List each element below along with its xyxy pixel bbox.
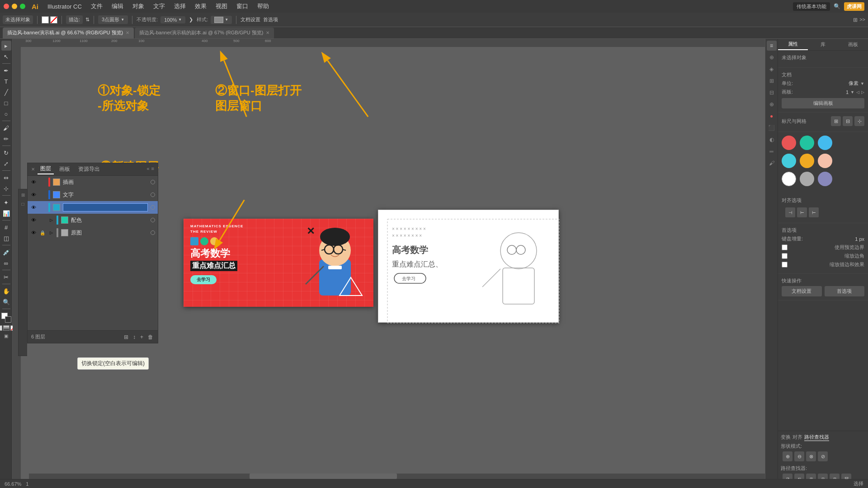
layers-icon-strip[interactable]: ⊞ [767,76,777,86]
pen-tool[interactable]: ✒ [1,66,11,75]
fill-stroke-indicator[interactable] [1,313,11,323]
snap-bounds-checkbox[interactable] [782,244,788,250]
rect-tool[interactable]: □ [1,98,11,108]
tab-0[interactable]: 插边风-banner演示稿.ai @ 66.67% (RGB/GPU 预览) ✕ [3,28,134,38]
minus-front-icon[interactable]: ⊖ [794,451,804,461]
layer-eye-editing[interactable]: 👁 [30,204,37,211]
layer-expand-colors[interactable]: ▷ [48,217,54,223]
symbol-sprayer-tool[interactable]: ✦ [1,197,11,207]
maximize-button[interactable] [20,4,25,9]
menu-type[interactable]: 文字 [150,2,169,10]
artboard-nav-left[interactable]: ◁ [856,90,859,94]
make-sublayer-btn[interactable]: ⊞ [123,333,129,341]
line-tool[interactable]: ╱ [1,87,11,97]
menu-help[interactable]: 帮助 [254,2,273,10]
swatch-orange[interactable] [800,154,814,168]
layer-row-text[interactable]: 👁 文字 [28,188,158,201]
screen-mode[interactable]: ▣ [4,333,8,338]
align-icon-strip[interactable]: ⊟ [767,88,777,98]
search-icon[interactable]: 🔍 [834,3,840,9]
layer-circle-illustration[interactable] [151,180,155,184]
swatch-white[interactable] [782,172,796,186]
menu-view[interactable]: 视图 [212,2,231,10]
stroke-panel-icon[interactable]: ═ [767,146,777,156]
gradient-mode[interactable] [3,325,9,331]
eyedropper-tool[interactable]: 💉 [1,247,11,257]
h-scrollbar-thumb[interactable] [250,474,397,479]
layer-eye-colors[interactable]: 👁 [30,217,37,223]
fill-color-box[interactable] [42,16,49,23]
layer-row-editing[interactable]: 👁 [28,201,158,214]
move-to-layer-btn[interactable]: ↕ [132,333,137,341]
menu-file[interactable]: 文件 [87,2,106,10]
text-tool[interactable]: T [1,76,11,86]
layers-panel-toggle[interactable]: ⊞ [19,191,27,198]
swatch-teal[interactable] [800,136,814,150]
menu-object[interactable]: 对象 [129,2,148,10]
exclude-icon[interactable]: ⊘ [818,451,828,461]
minimize-button[interactable] [12,4,17,9]
panel-toggle-icon[interactable]: >> [859,17,865,23]
layer-row-colors[interactable]: 👁 ▷ 配色 [28,214,158,226]
stroke-arrows[interactable]: ⇅ [85,17,90,23]
swatch-red[interactable] [782,136,796,150]
properties-panel-icon[interactable]: ≡ [767,41,777,51]
grid-icon[interactable]: ⊞ [831,116,841,126]
delete-layer-btn[interactable]: 🗑 [147,333,154,341]
selection-tool[interactable]: ▸ [1,41,11,51]
layer-lock-text[interactable] [39,192,46,198]
pencil-tool[interactable]: ✏ [1,134,11,144]
zoom-level[interactable]: 66.67% [5,481,21,487]
gradient-panel-icon[interactable]: ◐ [767,135,777,145]
edit-artboard-btn[interactable]: 编辑画板 [782,98,864,108]
rp-tab-properties[interactable]: 属性 [778,39,808,50]
tab-0-close[interactable]: ✕ [126,30,129,35]
color-icon[interactable]: ● [767,111,777,121]
swatch-purple-gray[interactable] [818,172,832,186]
h-scrollbar[interactable] [29,474,765,479]
swatches-icon[interactable]: ⬛ [767,123,777,133]
quick-doc-settings-btn[interactable]: 文档设置 [782,286,822,296]
rp-tab-library[interactable]: 库 [808,39,838,50]
stroke-selector[interactable] [42,16,57,23]
column-graph-tool[interactable]: 📊 [1,208,11,218]
artboards-panel-toggle[interactable]: □ [19,200,27,207]
blend-tool[interactable]: ∞ [1,258,11,268]
layers-tab[interactable]: 图层 [38,164,54,174]
round-corners-checkbox[interactable] [782,253,788,259]
arrange-icon[interactable]: ⊞ [853,17,858,23]
panel-collapse-btn[interactable]: « [146,166,149,171]
align-tab[interactable]: 对齐 [793,434,802,441]
layer-lock-editing[interactable] [39,204,46,211]
snap-icon[interactable]: ⊹ [854,116,864,126]
banner-cta-btn[interactable]: 去学习 [190,275,217,284]
layer-eye-text[interactable]: 👁 [30,192,37,198]
shape-dropdown[interactable]: 3点圆形 ▼ [98,15,128,24]
panel-close-btn[interactable]: ✕ [31,167,35,172]
layer-name-input[interactable] [63,203,148,211]
layer-circle-editing[interactable] [151,205,155,210]
stroke-color-box[interactable] [50,16,57,23]
menu-edit[interactable]: 编辑 [108,2,127,10]
unit-selector[interactable]: 像素 ▼ [849,80,864,87]
width-tool[interactable]: ⇔ [1,173,11,183]
artboard-selector[interactable]: 1 ▼ ◁ ▷ [846,89,864,95]
intersect-icon[interactable]: ⊗ [806,451,816,461]
opacity-arrows[interactable]: ❯ [189,17,193,23]
menu-illustrator-cc[interactable]: Illustrator CC [44,3,85,10]
direct-selection-tool[interactable]: ↖ [1,52,11,61]
gradient-tool[interactable]: ◫ [1,233,11,243]
layer-lock-original[interactable]: 🔒 [39,230,46,236]
free-transform-tool[interactable]: ⊹ [1,183,11,193]
swatch-gray[interactable] [800,172,814,186]
layer-lock-illustration[interactable] [39,179,46,185]
swatch-cyan[interactable] [782,154,796,168]
tab-1-close[interactable]: ✕ [266,30,269,35]
layer-row-original[interactable]: 👁 🔒 ▷ 原图 [28,226,158,239]
preferences-button[interactable]: 首选项 [263,16,278,23]
layer-row-illustration[interactable]: 👁 插画 [28,176,158,188]
mesh-tool[interactable]: # [1,222,11,232]
asset-export-tab[interactable]: 资源导出 [75,164,103,174]
pathfinder-tab[interactable]: 路径查找器 [804,434,829,441]
scale-tool[interactable]: ⤢ [1,159,11,169]
